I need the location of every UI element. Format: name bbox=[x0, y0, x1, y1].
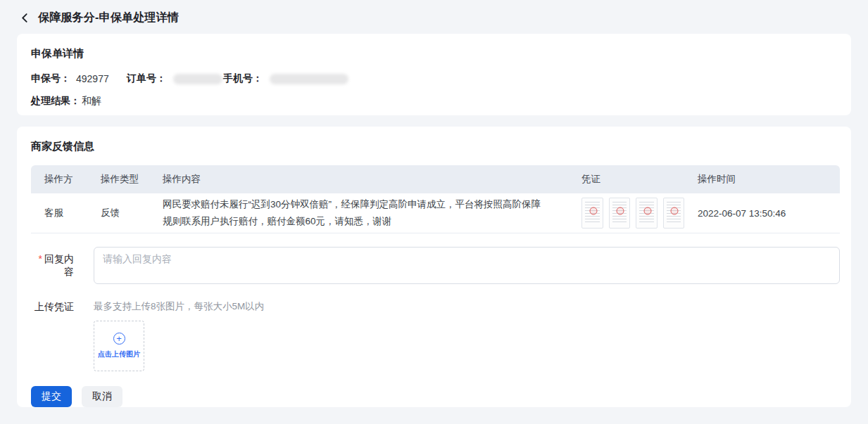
claim-detail-card: 申保单详情 申保号： 492977 订单号： 手机号： 处理结果： 和解 bbox=[17, 34, 851, 115]
phone-redacted-value bbox=[270, 74, 348, 84]
claim-no-field: 申保号： 492977 bbox=[31, 72, 127, 85]
claim-card-title: 申保单详情 bbox=[31, 47, 837, 60]
upload-image-button[interactable]: + 点击上传图片 bbox=[94, 321, 144, 371]
feedback-card-title: 商家反馈信息 bbox=[31, 140, 837, 153]
claim-fields-row: 申保号： 492977 订单号： 手机号： bbox=[31, 72, 837, 85]
required-asterisk: * bbox=[39, 253, 42, 264]
phone-field: 手机号： bbox=[223, 72, 348, 85]
reply-label: *回复内容 bbox=[31, 247, 74, 284]
header-operator: 操作方 bbox=[31, 173, 87, 186]
order-no-label: 订单号： bbox=[127, 72, 166, 85]
result-row: 处理结果： 和解 bbox=[31, 95, 837, 108]
upload-label: 上传凭证 bbox=[31, 300, 74, 371]
evidence-thumbnail[interactable] bbox=[581, 198, 603, 229]
claim-no-value: 492977 bbox=[76, 73, 109, 84]
result-label: 处理结果： bbox=[31, 95, 80, 108]
order-no-redacted-value bbox=[173, 74, 222, 84]
reply-form-row: *回复内容 bbox=[31, 247, 837, 284]
submit-button[interactable]: 提交 bbox=[31, 386, 72, 407]
header-time: 操作时间 bbox=[684, 173, 840, 186]
header-evidence: 凭证 bbox=[568, 173, 684, 186]
page-title: 保障服务分-申保单处理详情 bbox=[38, 11, 179, 25]
cell-time: 2022-06-07 13:50:46 bbox=[684, 208, 840, 219]
feedback-table-header: 操作方 操作类型 操作内容 凭证 操作时间 bbox=[31, 165, 840, 193]
evidence-thumbnail[interactable] bbox=[663, 198, 685, 229]
table-row: 客服 反馈 网民要求赔付未履行“迟到30分钟双倍赔”，经保障判定高阶申请成立，平… bbox=[31, 193, 840, 233]
evidence-thumbnail[interactable] bbox=[609, 198, 631, 229]
phone-label: 手机号： bbox=[223, 72, 263, 85]
reply-label-text: 回复内容 bbox=[44, 253, 74, 277]
header-content: 操作内容 bbox=[149, 171, 568, 188]
cancel-button[interactable]: 取消 bbox=[82, 386, 122, 407]
plus-icon: + bbox=[113, 333, 125, 345]
claim-no-label: 申保号： bbox=[31, 72, 70, 85]
cell-evidence bbox=[568, 193, 684, 233]
cell-action-type: 反馈 bbox=[87, 207, 149, 219]
feedback-table: 操作方 操作类型 操作内容 凭证 操作时间 客服 反馈 网民要求赔付未履行“迟到… bbox=[31, 165, 840, 233]
action-buttons: 提交 取消 bbox=[31, 386, 837, 407]
page-header: 保障服务分-申保单处理详情 bbox=[0, 0, 868, 32]
upload-hint: 最多支持上传8张图片，每张大小5M以内 bbox=[94, 300, 837, 313]
upload-button-text: 点击上传图片 bbox=[98, 349, 140, 359]
result-value: 和解 bbox=[82, 95, 101, 108]
merchant-feedback-card: 商家反馈信息 操作方 操作类型 操作内容 凭证 操作时间 客服 反馈 网民要求赔… bbox=[17, 127, 851, 407]
cell-content: 网民要求赔付未履行“迟到30分钟双倍赔”，经保障判定高阶申请成立，平台将按照高阶… bbox=[149, 196, 568, 230]
evidence-list bbox=[581, 193, 684, 233]
header-action-type: 操作类型 bbox=[87, 173, 149, 186]
result-field: 处理结果： 和解 bbox=[31, 95, 101, 108]
order-no-field: 订单号： bbox=[127, 72, 223, 85]
cell-operator: 客服 bbox=[31, 207, 87, 219]
reply-input[interactable] bbox=[94, 247, 840, 284]
evidence-thumbnail[interactable] bbox=[636, 198, 658, 229]
upload-form-row: 上传凭证 最多支持上传8张图片，每张大小5M以内 + 点击上传图片 bbox=[31, 300, 837, 371]
back-icon[interactable] bbox=[18, 12, 31, 25]
